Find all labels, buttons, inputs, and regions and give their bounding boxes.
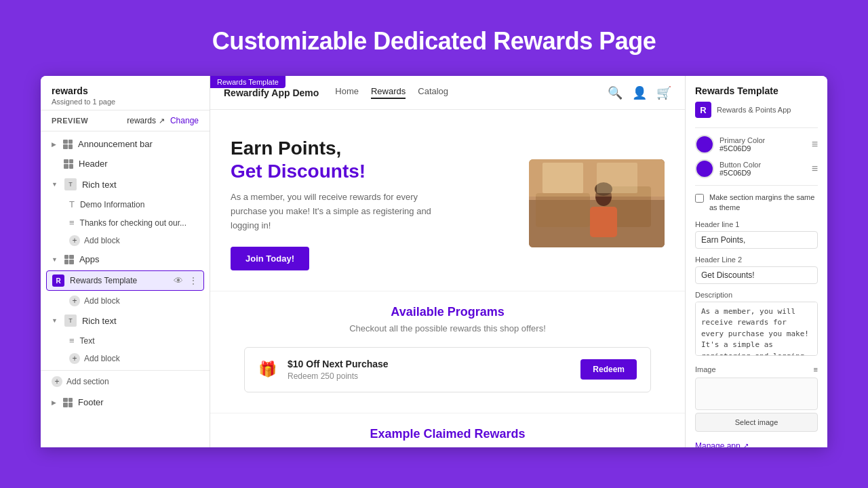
list-icon: ≡ [69,218,75,228]
preview-link[interactable]: rewards ↗ [127,116,165,125]
user-icon[interactable]: 👤 [632,85,647,100]
sidebar-item-rewards-template[interactable]: R Rewards Template 👁 ⋮ [46,270,204,291]
image-placeholder [695,378,818,410]
image-empty [701,384,812,404]
add-block-btn-2[interactable]: + Add block [41,292,210,310]
grid-icon [63,398,73,407]
change-button[interactable]: Change [170,116,199,125]
chevron-right-icon: ▶ [52,141,56,148]
app-r-icon: R [695,102,711,118]
hero-heading: Earn Points, Get Discounts! [231,137,509,182]
sidebar-items: ▶ Announcement bar Header ▼ T Rich text [41,131,210,415]
nav-catalog[interactable]: Catalog [418,86,448,99]
plus-icon: + [69,353,80,364]
sidebar-label: Rewards Template [70,276,168,285]
primary-color-swatch[interactable] [695,135,714,154]
text-block-icon: T [69,199,75,209]
sidebar-label: Rich text [82,180,117,190]
image-menu-icon[interactable]: ≡ [814,365,818,373]
margins-label: Make section margins the same as theme [709,192,818,214]
sidebar-label: Announcement bar [78,139,153,149]
svg-rect-5 [590,207,617,237]
reward-title: $10 Off Next Purchase [288,359,570,369]
cart-icon[interactable]: 🛒 [656,85,671,100]
button-color-label: Button Color [719,161,806,169]
select-image-button[interactable]: Select image [695,413,818,432]
claimed-subtitle: Here are some of the types of rewards yo… [231,445,665,447]
primary-color-label: Primary Color [719,136,806,144]
sidebar-item-announcement-bar[interactable]: ▶ Announcement bar [41,134,210,154]
page-assigned: Assigned to 1 page [52,98,199,106]
primary-color-hex: #5C06D9 [719,144,806,152]
sidebar-label: Rich text [82,316,117,326]
hero-line2: Get Discounts! [231,161,366,182]
header-line1-input[interactable] [695,231,818,249]
button-color-swatch[interactable] [695,159,714,178]
apps-icon [64,255,74,264]
chevron-down-icon: ▼ [52,181,58,188]
nav-home[interactable]: Home [335,86,359,99]
nav-rewards[interactable]: Rewards [371,86,406,99]
image-label: Image ≡ [695,365,818,373]
chevron-down-icon: ▼ [52,317,58,324]
banner: Customizable Dedicated Rewards Page [0,0,868,76]
redeem-button[interactable]: Redeem [580,359,637,380]
panel-title: Rewards Template [695,85,818,96]
plus-icon: + [69,235,80,246]
programs-subtitle: Checkout all the possible rewards this s… [231,323,665,333]
sidebar-item-rich-text-2[interactable]: ▼ T Rich text [41,310,210,331]
sidebar-sub-demo-info[interactable]: T Demo Information [41,195,210,214]
list-icon: ≡ [69,336,75,346]
nav-icons: 🔍 👤 🛒 [608,85,671,100]
join-button[interactable]: Join Today! [231,247,309,270]
svg-rect-8 [542,163,583,193]
button-color-info: Button Color #5C06D9 [719,161,806,177]
svg-rect-9 [597,163,637,193]
reward-icon: 🎁 [258,361,277,378]
add-section-label: Add section [66,377,109,386]
reward-info: $10 Off Next Purchase Redeem 250 points [288,359,570,381]
margins-checkbox-row: Make section margins the same as theme [695,192,818,214]
sidebar-item-apps[interactable]: ▼ Apps [41,249,210,269]
add-block-label: Add block [84,296,120,306]
sidebar-label: Apps [79,254,100,264]
add-section-button[interactable]: + Add section [41,370,210,392]
grid-icon [63,140,73,149]
margins-checkbox[interactable] [695,194,704,203]
add-block-btn-3[interactable]: + Add block [41,350,210,367]
chevron-right-icon: ▶ [52,399,56,406]
add-block-label: Add block [84,354,120,363]
banner-title: Customizable Dedicated Rewards Page [14,27,854,56]
hero-description: As a member, you will receive rewards fo… [231,190,448,232]
hero-section: Earn Points, Get Discounts! As a member,… [210,110,685,291]
sidebar-sub-thanks[interactable]: ≡ Thanks for checking out our... [41,214,210,232]
claimed-title: Example Claimed Rewards [231,427,665,441]
add-block-label: Add block [84,236,120,245]
description-textarea[interactable]: As a member, you will receive rewards fo… [695,302,818,356]
divider-1 [695,127,818,128]
app-name: Rewards & Points App [717,106,791,114]
header-line2-input[interactable] [695,266,818,284]
sidebar-label: Header [79,159,108,169]
sidebar-item-header[interactable]: Header [41,154,210,174]
external-link-icon: ↗ [743,442,749,447]
sidebar-sub-text[interactable]: ≡ Text [41,331,210,350]
more-icon[interactable]: ⋮ [189,275,198,286]
main-preview: Rewards Template Rewardify App Demo Home… [210,76,685,447]
sidebar-label: Thanks for checking out our... [80,218,186,228]
sidebar-preview-row: PREVIEW rewards ↗ Change [41,110,210,131]
search-icon[interactable]: 🔍 [608,85,623,100]
sidebar-item-footer[interactable]: ▶ Footer [41,392,210,412]
color-menu-icon[interactable]: ≡ [812,138,818,150]
reward-card: 🎁 $10 Off Next Purchase Redeem 250 point… [244,347,651,392]
button-color-menu-icon[interactable]: ≡ [812,163,818,175]
add-block-btn-1[interactable]: + Add block [41,232,210,249]
primary-color-info: Primary Color #5C06D9 [719,136,806,152]
divider-2 [695,185,818,186]
hero-image-svg [529,159,665,247]
manage-app-link[interactable]: Manage app ↗ [695,441,818,447]
sidebar-label: Footer [78,397,104,407]
sidebar-item-rich-text-1[interactable]: ▼ T Rich text [41,174,210,195]
eye-icon[interactable]: 👁 [174,275,183,286]
plus-icon: + [52,376,62,387]
